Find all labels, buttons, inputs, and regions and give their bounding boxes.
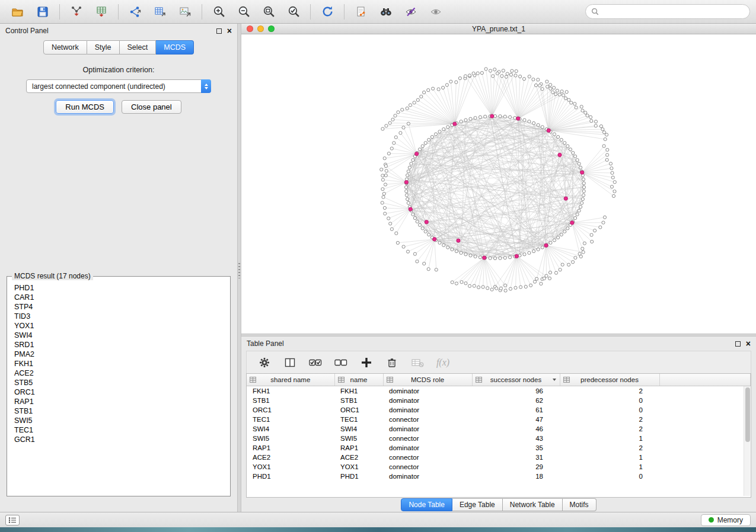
tab-mcds[interactable]: MCDS bbox=[156, 40, 194, 55]
table-row[interactable]: ACE2ACE2connector311 bbox=[247, 453, 751, 462]
table-tab-network-table[interactable]: Network Table bbox=[503, 498, 563, 511]
search-network-button[interactable] bbox=[374, 3, 398, 21]
mcds-result-list[interactable]: PHD1CAR1STP4TID3YOX1SWI4SRD1PMA2FKH1ACE2… bbox=[8, 283, 229, 495]
zoom-out-button[interactable] bbox=[232, 3, 256, 21]
tab-network[interactable]: Network bbox=[43, 40, 87, 55]
mcds-result-item[interactable]: YOX1 bbox=[14, 321, 229, 331]
cell-successors: 61 bbox=[472, 405, 560, 415]
table-tab-edge-table[interactable]: Edge Table bbox=[452, 498, 503, 511]
toolbar-separator bbox=[310, 4, 311, 20]
mcds-result-item[interactable]: FKH1 bbox=[14, 359, 229, 368]
mcds-result-item[interactable]: SWI4 bbox=[14, 331, 229, 340]
column-header-predecessor-nodes[interactable]: predecessor nodes bbox=[560, 374, 659, 386]
deselect-all-icon bbox=[334, 356, 348, 369]
open-folder-button[interactable] bbox=[6, 3, 30, 21]
cell-successors: 46 bbox=[472, 424, 560, 434]
show-columns-button[interactable] bbox=[283, 355, 297, 370]
import-table-button[interactable] bbox=[90, 3, 113, 21]
float-panel-button[interactable] bbox=[216, 28, 222, 34]
zoom-selected-button[interactable] bbox=[282, 3, 305, 21]
mcds-result-item[interactable]: CAR1 bbox=[14, 293, 229, 302]
run-mcds-button[interactable]: Run MCDS bbox=[56, 100, 114, 114]
table-tab-motifs[interactable]: Motifs bbox=[563, 498, 596, 511]
table-row[interactable]: RAP1RAP1dominator352 bbox=[247, 443, 751, 453]
search-input[interactable] bbox=[602, 8, 744, 16]
table-row[interactable]: STB1STB1dominator620 bbox=[247, 396, 751, 405]
cell-role: connector bbox=[383, 453, 472, 462]
mcds-buttons-row: Run MCDS Close panel bbox=[0, 100, 237, 114]
show-all-button[interactable] bbox=[424, 3, 448, 21]
table-row[interactable]: FKH1FKH1dominator962 bbox=[247, 386, 751, 396]
memory-button[interactable]: Memory bbox=[701, 514, 751, 526]
cell-filler bbox=[659, 405, 751, 415]
eye-icon bbox=[429, 5, 442, 18]
mcds-result-item[interactable]: PHD1 bbox=[14, 283, 229, 293]
network-canvas-svg[interactable] bbox=[241, 34, 756, 334]
export-network-button[interactable] bbox=[123, 3, 147, 21]
network-canvas[interactable] bbox=[241, 34, 756, 334]
table-row[interactable]: SWI4SWI4dominator462 bbox=[247, 424, 751, 434]
tab-style[interactable]: Style bbox=[87, 40, 120, 55]
network-window: YPA_prune.txt_1 bbox=[241, 24, 756, 334]
table-tab-node-table[interactable]: Node Table bbox=[401, 498, 452, 511]
add-entry-button[interactable] bbox=[359, 355, 374, 370]
float-table-panel-button[interactable] bbox=[735, 341, 741, 347]
column-sort-chevron-icon[interactable] bbox=[553, 379, 556, 381]
deselect-all-columns-button[interactable] bbox=[334, 355, 348, 370]
criterion-dropdown[interactable]: largest connected component (undirected) bbox=[26, 79, 211, 93]
table-row[interactable]: TEC1TEC1connector472 bbox=[247, 415, 751, 424]
mcds-result-item[interactable]: TEC1 bbox=[14, 425, 229, 435]
table-row[interactable]: SWI5SWI5connector431 bbox=[247, 434, 751, 443]
table-scrollbar-thumb[interactable] bbox=[745, 387, 750, 442]
export-image-button[interactable] bbox=[173, 3, 197, 21]
network-window-titlebar[interactable]: YPA_prune.txt_1 bbox=[241, 24, 756, 34]
delete-entry-button[interactable] bbox=[385, 355, 399, 370]
mcds-result-item[interactable]: STB5 bbox=[14, 378, 229, 387]
zoom-out-icon bbox=[237, 5, 251, 18]
copy-document-button[interactable] bbox=[349, 3, 373, 21]
mcds-result-item[interactable]: STP4 bbox=[14, 302, 229, 312]
table-row[interactable]: ORC1ORC1dominator610 bbox=[247, 405, 751, 415]
column-header-successor-nodes[interactable]: successor nodes bbox=[472, 374, 560, 386]
mcds-result-item[interactable]: TID3 bbox=[14, 312, 229, 321]
cell-shared_name: ACE2 bbox=[247, 453, 334, 462]
zoom-in-button[interactable] bbox=[207, 3, 231, 21]
close-panel-button-mcds[interactable]: Close panel bbox=[122, 100, 181, 114]
mcds-result-item[interactable]: RAP1 bbox=[14, 397, 229, 406]
import-network-button[interactable] bbox=[65, 3, 88, 21]
hide-selected-button[interactable] bbox=[399, 3, 423, 21]
mcds-result-item[interactable]: ACE2 bbox=[14, 368, 229, 378]
vertical-splitter[interactable] bbox=[237, 24, 241, 512]
mcds-result-item[interactable]: SRD1 bbox=[14, 340, 229, 350]
mcds-result-item[interactable]: PMA2 bbox=[14, 350, 229, 359]
refresh-button[interactable] bbox=[315, 3, 339, 21]
close-window-icon[interactable] bbox=[247, 25, 253, 32]
global-search-box[interactable] bbox=[585, 4, 750, 19]
node-table-container: shared namenameMCDS rolesuccessor nodesp… bbox=[246, 373, 751, 498]
maximize-window-icon[interactable] bbox=[268, 25, 275, 32]
plus-icon bbox=[360, 356, 373, 369]
cell-name: RAP1 bbox=[334, 443, 383, 453]
select-all-columns-button[interactable] bbox=[308, 355, 323, 370]
mcds-result-item[interactable]: GCR1 bbox=[14, 435, 229, 444]
table-row[interactable]: YOX1YOX1connector291 bbox=[247, 462, 751, 472]
mcds-result-item[interactable]: ORC1 bbox=[14, 387, 229, 397]
table-settings-button[interactable] bbox=[257, 355, 272, 370]
task-history-button[interactable] bbox=[5, 515, 20, 525]
cell-successors: 96 bbox=[472, 386, 560, 396]
minimize-window-icon[interactable] bbox=[257, 25, 264, 32]
column-header-name[interactable]: name bbox=[334, 374, 383, 386]
export-table-button[interactable] bbox=[148, 3, 172, 21]
close-table-panel-button[interactable]: × bbox=[746, 339, 751, 348]
mcds-result-item[interactable]: STB1 bbox=[14, 406, 229, 416]
zoom-fit-button[interactable] bbox=[257, 3, 280, 21]
tab-select[interactable]: Select bbox=[120, 40, 157, 55]
column-header-shared-name[interactable]: shared name bbox=[247, 374, 334, 386]
table-row[interactable]: PHD1PHD1dominator180 bbox=[247, 472, 751, 481]
close-panel-button[interactable]: × bbox=[227, 27, 232, 35]
table-scrollbar[interactable] bbox=[744, 386, 750, 496]
save-button[interactable] bbox=[31, 3, 55, 21]
mcds-result-item[interactable]: SWI5 bbox=[14, 416, 229, 425]
column-header-MCDS-role[interactable]: MCDS role bbox=[383, 374, 472, 386]
cell-shared_name: STB1 bbox=[247, 396, 334, 405]
